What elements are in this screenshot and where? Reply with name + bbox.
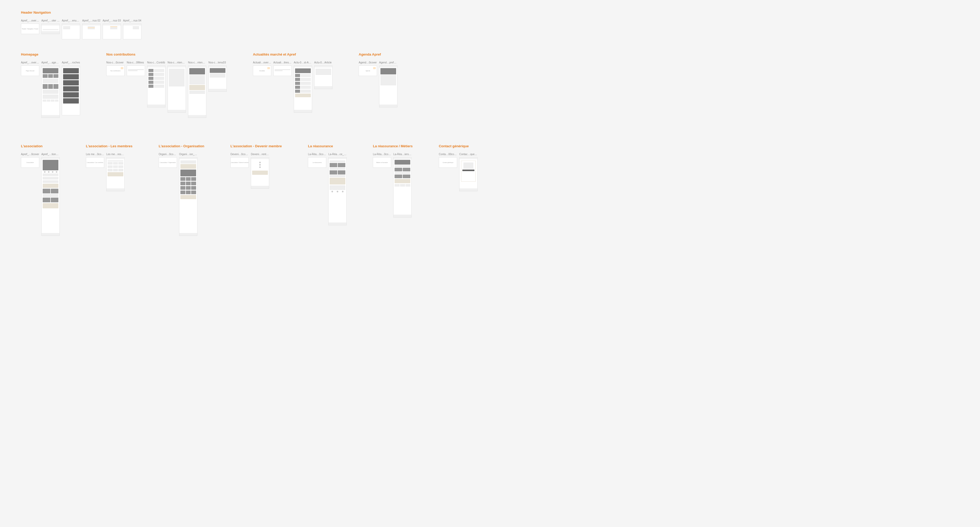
frame-thumbnail[interactable]: L'association / Les membres (86, 157, 104, 168)
frame-label: Nos-c…ntenu01 (167, 61, 186, 64)
frames-row: Agend…0cover Agenda Agend…pref_01 (359, 61, 398, 107)
row-2: Homepage Apref_…over00 Page d'accueil Ap… (21, 53, 959, 131)
frame-thumbnail[interactable] (127, 65, 145, 76)
frame-thumbnail[interactable] (41, 65, 60, 118)
frames-row: Deveni…0cover L'association / Devenir me… (231, 153, 282, 189)
frame-thumbnail[interactable]: L'association (21, 157, 39, 168)
frame-thumbnail[interactable] (314, 65, 332, 89)
frame-label: Deveni…0cover (231, 153, 249, 156)
frame-thumbnail[interactable]: L'association / Devenir membre (231, 157, 249, 168)
frame-thumbnail[interactable] (251, 157, 269, 189)
frame-thumbnail[interactable] (179, 157, 197, 236)
frame-label: Nos-c…0cover (106, 61, 124, 64)
group-title: L'association (21, 144, 60, 148)
group-title: Nos contributions (106, 53, 227, 56)
frame-thumbnail[interactable] (62, 65, 80, 115)
frame: Nos-c…0filtres (127, 61, 145, 76)
frame-label: Apref_…nus 03 (103, 19, 121, 22)
frame-thumbnail[interactable]: Nos contributions (106, 65, 125, 76)
frame-label: Actu-0…st-Actu (294, 61, 312, 64)
section-association-organisation: L'association - Organisation Organi…0cov… (159, 144, 204, 236)
frame-thumbnail[interactable]: Agenda (359, 65, 377, 76)
frame: Nos-c…tenu03 (208, 61, 227, 92)
frame-thumbnail[interactable] (103, 24, 121, 39)
frame-thumbnail[interactable] (459, 157, 477, 191)
frame: Les me…res_01 (106, 153, 125, 191)
frame-thumbnail[interactable] (188, 65, 206, 118)
frame-thumbnail[interactable]: Contact générique (439, 157, 457, 168)
frame: La-Réa…0cover La réassurance (308, 153, 326, 168)
frame-thumbnail[interactable] (379, 65, 398, 107)
frame-thumbnail[interactable] (167, 65, 186, 113)
frame-label: Actuali…itres00 (273, 61, 292, 64)
frame-label: Apref_…over00 (21, 19, 39, 22)
frame-label: Apref_…age_01 (41, 61, 60, 64)
frame-label: Nos-c…0filtres (127, 61, 144, 64)
frame-label: La-Réa…ce__01 (328, 153, 347, 156)
frame-label: La-Réa…0cover (308, 153, 326, 156)
group-title: Agenda Apref (359, 53, 398, 56)
frame-thumbnail[interactable]: Header / Navigation / Footer (21, 24, 39, 34)
row-3: L'association Apref_…0cover L'associatio… (21, 144, 959, 249)
frame-label: Agend…pref_01 (379, 61, 398, 64)
frame-thumbnail[interactable]: Métiers et formation (373, 157, 391, 168)
frame-thumbnail[interactable] (208, 65, 227, 92)
frame: La-Réa…ce__01 (328, 153, 347, 225)
frame-label: Apref_…enus 01 (62, 19, 80, 22)
frame-label: Agend…0cover (359, 61, 377, 64)
frame-label: Actuali…over00 (253, 61, 271, 64)
frame-label: Nos-c…Contrib (147, 61, 165, 64)
frame: Apref_…nus 02 (82, 19, 100, 39)
frame: Actu-0…st-Actu (294, 61, 312, 113)
frame: Agend…0cover Agenda (359, 61, 377, 76)
frame-label: Deveni…rent_01 (251, 153, 269, 156)
section-nos-contributions: Nos contributions Nos-c…0cover Nos contr… (106, 53, 227, 118)
frame: Organi…0cover L'association / Organisati… (159, 153, 177, 168)
frames-row: Conta…00cover Contact générique Contac…q… (439, 153, 477, 191)
frame-thumbnail[interactable] (273, 65, 292, 76)
frame-thumbnail[interactable] (123, 24, 142, 39)
frame: Apref_…nus 03 (103, 19, 121, 39)
section-contact: Contact générique Conta…00cover Contact … (439, 144, 477, 236)
frame: Nos-c…Contrib (147, 61, 165, 107)
frame-thumbnail[interactable] (147, 65, 165, 107)
frame-thumbnail[interactable] (62, 24, 80, 39)
frame-thumbnail[interactable]: L'association / Organisation (159, 157, 177, 168)
frame-label: Nos-c…ntenu02 (188, 61, 206, 64)
frame-thumbnail[interactable]: Page d'accueil (21, 65, 39, 76)
frames-row: Nos-c…0cover Nos contributions Nos-c…0fi… (106, 61, 227, 118)
frame: La-Réa…iers_01 (393, 153, 412, 217)
frame-label: Apref_…0cover (21, 153, 39, 156)
frame-thumbnail[interactable] (41, 157, 60, 236)
group-title: Contact générique (439, 144, 477, 148)
frames-row: Apref_…0cover L'association Apref_…tion_… (21, 153, 60, 236)
frame: La-Réa…0cover Métiers et formation (373, 153, 391, 168)
frames-row: Actuali…over00 Actualités Actuali…itres0… (253, 61, 332, 113)
section-association-devenir: L'association - Devenir membre Deveni…0c… (231, 144, 282, 236)
frame-label: Apref_…oter 01 (41, 19, 60, 22)
section-association-membres: L'association - Les membres Les me…0cove… (86, 144, 132, 236)
frame-thumbnail[interactable] (393, 157, 412, 217)
frame: Contac…que_01 (459, 153, 477, 191)
frame-thumbnail[interactable] (294, 65, 312, 113)
frame-thumbnail[interactable] (41, 24, 60, 34)
frames-row: La-Réa…0cover Métiers et formation La-Ré… (373, 153, 413, 217)
frame: Nos-c…0cover Nos contributions (106, 61, 125, 76)
frame-label: Organi…0cover (159, 153, 177, 156)
frames-row: Apref_…over00 Page d'accueil Apref_…age_… (21, 61, 80, 118)
frames-row: Apref_…over00 Header / Navigation / Foot… (21, 19, 959, 39)
frame-thumbnail[interactable] (106, 157, 125, 191)
frame-label: Apref_…tion_01 (41, 153, 60, 156)
frame-thumbnail[interactable]: La réassurance (308, 157, 326, 168)
group-title: La réassurance (308, 144, 347, 148)
group-title: L'association - Organisation (159, 144, 204, 148)
section-agenda: Agenda Apref Agend…0cover Agenda Agend…p… (359, 53, 398, 118)
group-title: La réassurance / Métiers (373, 144, 413, 148)
frame: Actuali…itres00 (273, 61, 292, 76)
frame-thumbnail[interactable] (82, 24, 100, 39)
frame-thumbnail[interactable] (328, 157, 347, 225)
frame-thumbnail[interactable]: Actualités (253, 65, 271, 76)
frame: Nos-c…ntenu01 (167, 61, 186, 113)
frame: Apref_…over00 Header / Navigation / Foot… (21, 19, 39, 34)
frame: Les me…0cover L'association / Les membre… (86, 153, 104, 168)
